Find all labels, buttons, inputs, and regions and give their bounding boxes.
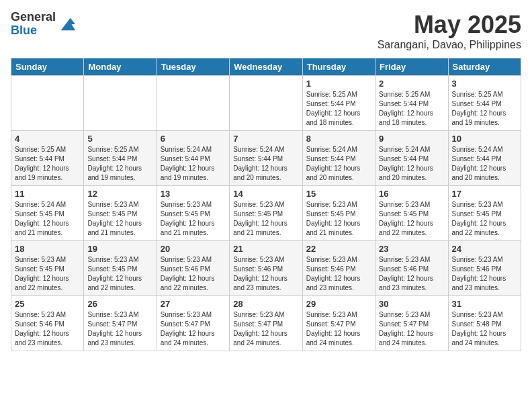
calendar-cell: 14Sunrise: 5:23 AM Sunset: 5:45 PM Dayli… — [230, 186, 302, 241]
day-number: 1 — [306, 79, 371, 89]
calendar-cell: 22Sunrise: 5:23 AM Sunset: 5:46 PM Dayli… — [302, 241, 375, 296]
day-info: Sunrise: 5:23 AM Sunset: 5:45 PM Dayligh… — [306, 200, 371, 238]
calendar-cell: 21Sunrise: 5:23 AM Sunset: 5:46 PM Dayli… — [230, 241, 302, 296]
day-info: Sunrise: 5:23 AM Sunset: 5:47 PM Dayligh… — [233, 310, 298, 348]
day-number: 11 — [15, 189, 80, 199]
day-info: Sunrise: 5:25 AM Sunset: 5:44 PM Dayligh… — [15, 145, 80, 183]
calendar-cell: 17Sunrise: 5:23 AM Sunset: 5:45 PM Dayli… — [448, 186, 521, 241]
day-info: Sunrise: 5:23 AM Sunset: 5:46 PM Dayligh… — [233, 255, 298, 293]
logo-general: General — [11, 11, 56, 24]
calendar-cell: 28Sunrise: 5:23 AM Sunset: 5:47 PM Dayli… — [230, 296, 302, 351]
day-number: 4 — [15, 134, 80, 144]
day-info: Sunrise: 5:23 AM Sunset: 5:47 PM Dayligh… — [306, 310, 371, 348]
header-cell-wednesday: Wednesday — [230, 58, 302, 76]
calendar-cell: 30Sunrise: 5:23 AM Sunset: 5:47 PM Dayli… — [375, 296, 448, 351]
header-cell-tuesday: Tuesday — [157, 58, 229, 76]
calendar-week-3: 11Sunrise: 5:24 AM Sunset: 5:45 PM Dayli… — [11, 186, 521, 241]
day-info: Sunrise: 5:23 AM Sunset: 5:45 PM Dayligh… — [161, 200, 226, 238]
header-cell-saturday: Saturday — [448, 58, 521, 76]
calendar-cell: 9Sunrise: 5:24 AM Sunset: 5:44 PM Daylig… — [375, 131, 448, 186]
calendar-cell: 5Sunrise: 5:25 AM Sunset: 5:44 PM Daylig… — [84, 131, 157, 186]
logo: General Blue — [11, 11, 77, 38]
calendar-cell: 18Sunrise: 5:23 AM Sunset: 5:45 PM Dayli… — [11, 241, 84, 296]
calendar-cell: 19Sunrise: 5:23 AM Sunset: 5:45 PM Dayli… — [84, 241, 157, 296]
day-number: 7 — [233, 134, 298, 144]
day-info: Sunrise: 5:23 AM Sunset: 5:45 PM Dayligh… — [233, 200, 298, 238]
day-info: Sunrise: 5:23 AM Sunset: 5:48 PM Dayligh… — [452, 310, 517, 348]
header-cell-thursday: Thursday — [302, 58, 375, 76]
logo-icon — [58, 15, 77, 34]
calendar-cell: 24Sunrise: 5:23 AM Sunset: 5:46 PM Dayli… — [448, 241, 521, 296]
day-number: 8 — [306, 134, 371, 144]
day-info: Sunrise: 5:24 AM Sunset: 5:44 PM Dayligh… — [306, 145, 371, 183]
day-number: 31 — [452, 299, 517, 309]
day-number: 14 — [233, 189, 298, 199]
day-info: Sunrise: 5:23 AM Sunset: 5:45 PM Dayligh… — [15, 255, 80, 293]
calendar-cell: 7Sunrise: 5:24 AM Sunset: 5:44 PM Daylig… — [230, 131, 302, 186]
day-number: 3 — [452, 79, 517, 89]
day-info: Sunrise: 5:25 AM Sunset: 5:44 PM Dayligh… — [452, 90, 517, 128]
calendar-cell: 13Sunrise: 5:23 AM Sunset: 5:45 PM Dayli… — [157, 186, 229, 241]
calendar-cell: 29Sunrise: 5:23 AM Sunset: 5:47 PM Dayli… — [302, 296, 375, 351]
logo-text: General Blue — [11, 11, 56, 38]
calendar-week-5: 25Sunrise: 5:23 AM Sunset: 5:46 PM Dayli… — [11, 296, 521, 351]
day-number: 24 — [452, 244, 517, 254]
day-number: 27 — [161, 299, 226, 309]
day-info: Sunrise: 5:23 AM Sunset: 5:46 PM Dayligh… — [15, 310, 80, 348]
day-info: Sunrise: 5:23 AM Sunset: 5:46 PM Dayligh… — [306, 255, 371, 293]
calendar-cell: 31Sunrise: 5:23 AM Sunset: 5:48 PM Dayli… — [448, 296, 521, 351]
day-info: Sunrise: 5:23 AM Sunset: 5:46 PM Dayligh… — [161, 255, 226, 293]
day-number: 23 — [379, 244, 444, 254]
calendar-cell — [230, 76, 302, 131]
day-info: Sunrise: 5:24 AM Sunset: 5:44 PM Dayligh… — [233, 145, 298, 183]
day-info: Sunrise: 5:23 AM Sunset: 5:47 PM Dayligh… — [379, 310, 444, 348]
calendar-cell — [11, 76, 84, 131]
calendar-cell: 25Sunrise: 5:23 AM Sunset: 5:46 PM Dayli… — [11, 296, 84, 351]
calendar-cell: 15Sunrise: 5:23 AM Sunset: 5:45 PM Dayli… — [302, 186, 375, 241]
day-number: 30 — [379, 299, 444, 309]
header-cell-friday: Friday — [375, 58, 448, 76]
month-title: May 2025 — [378, 11, 521, 39]
logo-blue: Blue — [11, 24, 56, 38]
calendar-cell: 2Sunrise: 5:25 AM Sunset: 5:44 PM Daylig… — [375, 76, 448, 131]
calendar-cell: 4Sunrise: 5:25 AM Sunset: 5:44 PM Daylig… — [11, 131, 84, 186]
day-number: 20 — [161, 244, 226, 254]
day-number: 21 — [233, 244, 298, 254]
day-info: Sunrise: 5:25 AM Sunset: 5:44 PM Dayligh… — [87, 145, 152, 183]
day-number: 10 — [452, 134, 517, 144]
calendar-cell: 11Sunrise: 5:24 AM Sunset: 5:45 PM Dayli… — [11, 186, 84, 241]
day-number: 18 — [15, 244, 80, 254]
day-number: 16 — [379, 189, 444, 199]
page-header: General Blue May 2025 Sarangani, Davao, … — [11, 11, 521, 51]
calendar-cell: 27Sunrise: 5:23 AM Sunset: 5:47 PM Dayli… — [157, 296, 229, 351]
day-info: Sunrise: 5:23 AM Sunset: 5:47 PM Dayligh… — [161, 310, 226, 348]
day-number: 6 — [161, 134, 226, 144]
day-info: Sunrise: 5:25 AM Sunset: 5:44 PM Dayligh… — [379, 90, 444, 128]
day-number: 17 — [452, 189, 517, 199]
day-info: Sunrise: 5:24 AM Sunset: 5:45 PM Dayligh… — [15, 200, 80, 238]
calendar-week-2: 4Sunrise: 5:25 AM Sunset: 5:44 PM Daylig… — [11, 131, 521, 186]
day-info: Sunrise: 5:23 AM Sunset: 5:46 PM Dayligh… — [452, 255, 517, 293]
day-info: Sunrise: 5:24 AM Sunset: 5:44 PM Dayligh… — [452, 145, 517, 183]
calendar-cell: 12Sunrise: 5:23 AM Sunset: 5:45 PM Dayli… — [84, 186, 157, 241]
day-number: 9 — [379, 134, 444, 144]
day-number: 12 — [87, 189, 152, 199]
calendar-body: 1Sunrise: 5:25 AM Sunset: 5:44 PM Daylig… — [11, 76, 521, 351]
calendar-cell: 20Sunrise: 5:23 AM Sunset: 5:46 PM Dayli… — [157, 241, 229, 296]
day-number: 2 — [379, 79, 444, 89]
day-number: 22 — [306, 244, 371, 254]
day-info: Sunrise: 5:23 AM Sunset: 5:45 PM Dayligh… — [379, 200, 444, 238]
calendar-cell: 16Sunrise: 5:23 AM Sunset: 5:45 PM Dayli… — [375, 186, 448, 241]
day-info: Sunrise: 5:23 AM Sunset: 5:46 PM Dayligh… — [379, 255, 444, 293]
header-cell-sunday: Sunday — [11, 58, 84, 76]
day-number: 26 — [87, 299, 152, 309]
calendar-header: SundayMondayTuesdayWednesdayThursdayFrid… — [11, 58, 521, 76]
calendar-cell: 3Sunrise: 5:25 AM Sunset: 5:44 PM Daylig… — [448, 76, 521, 131]
calendar-table: SundayMondayTuesdayWednesdayThursdayFrid… — [11, 58, 521, 351]
title-block: May 2025 Sarangani, Davao, Philippines — [378, 11, 521, 51]
day-number: 15 — [306, 189, 371, 199]
calendar-cell — [157, 76, 229, 131]
calendar-week-1: 1Sunrise: 5:25 AM Sunset: 5:44 PM Daylig… — [11, 76, 521, 131]
calendar-cell: 1Sunrise: 5:25 AM Sunset: 5:44 PM Daylig… — [302, 76, 375, 131]
day-info: Sunrise: 5:24 AM Sunset: 5:44 PM Dayligh… — [161, 145, 226, 183]
